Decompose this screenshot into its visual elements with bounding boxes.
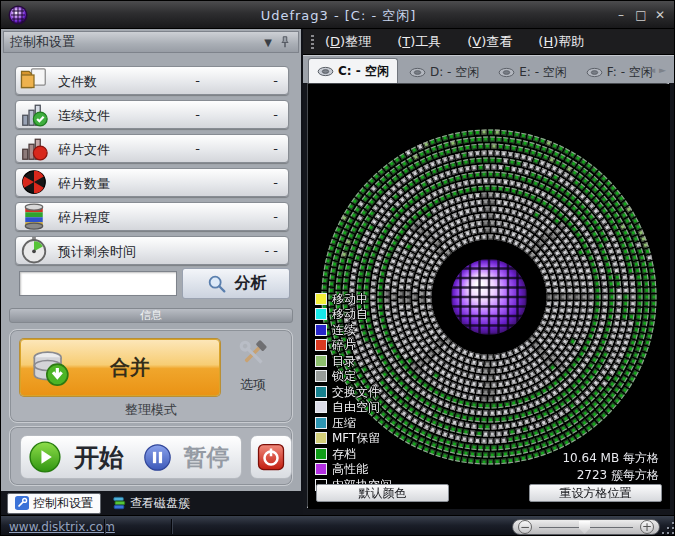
minimize-button[interactable]: –: [612, 8, 630, 23]
analyze-button[interactable]: 分析: [182, 268, 290, 299]
stat-value: -: [195, 141, 200, 156]
menu-tools[interactable]: (T)工具: [397, 33, 441, 51]
close-button[interactable]: ✕: [651, 8, 669, 23]
legend-item: 存档: [315, 446, 392, 462]
pause-icon: [143, 443, 172, 472]
zoom-out-button[interactable]: −: [518, 520, 532, 534]
magnifier-icon: [206, 273, 228, 295]
drive-tab-strip: C: - 空闲 D: - 空闲 E: - 空闲 F: - 空闲 ◄►: [303, 55, 675, 83]
bottom-tab-bar: 控制和设置 查看磁盘簇: [1, 491, 303, 515]
stat-row-fragmentation-level[interactable]: 碎片程度 -: [15, 202, 289, 231]
legend-label: 连续: [332, 324, 356, 336]
stat-row-fragmented-files[interactable]: 碎片文件 - -: [15, 134, 289, 163]
drive-tab-d[interactable]: D: - 空闲: [401, 61, 487, 83]
legend-swatch: [315, 355, 327, 367]
legend-label: 自由空间: [332, 401, 380, 413]
disk-platter-icon: [498, 67, 515, 78]
drive-input[interactable]: [19, 271, 177, 296]
stat-value: -: [273, 107, 278, 122]
legend-swatch: [315, 293, 327, 305]
legend-item: 移动中: [315, 291, 392, 307]
controls-groupbox: 开始 暂停: [9, 426, 293, 486]
merge-label: 合并: [71, 354, 189, 381]
start-pause-group: 开始 暂停: [20, 435, 242, 479]
legend-swatch: [315, 463, 327, 475]
legend-item: 锁定: [315, 369, 392, 385]
stat-value: -: [195, 107, 200, 122]
title-bar: Udefrag3 - [C: - 空闲] – □ ✕: [1, 1, 675, 29]
start-label: 开始: [74, 441, 124, 474]
menu-defrag[interactable]: (D)整理: [325, 33, 371, 51]
legend-item: 连续: [315, 322, 392, 338]
resize-grip[interactable]: [662, 522, 674, 534]
stat-row-fragment-count[interactable]: 碎片数量 -: [15, 168, 289, 197]
legend-item: MFT保留: [315, 431, 392, 447]
legend-label: 高性能: [332, 463, 368, 475]
disk-map-area: 移动中移动自连续碎片目录锁定交换文件自由空间压缩MFT保留存档高性能内部块空间 …: [307, 83, 669, 508]
legend-swatch: [315, 432, 327, 444]
disk-platter-icon: [317, 66, 334, 77]
legend-item: 交换文件: [315, 384, 392, 400]
legend-item: 自由空间: [315, 400, 392, 416]
menu-bar: (D)整理 (T)工具 (V)查看 (H)帮助: [303, 29, 675, 55]
pin-icon[interactable]: [278, 35, 292, 49]
tools-icon: [235, 336, 271, 372]
tab-view-clusters[interactable]: 查看磁盘簇: [105, 493, 197, 514]
stat-value: -: [273, 175, 278, 190]
reset-blocks-button[interactable]: 重设方格位置: [529, 484, 662, 502]
power-icon: [256, 442, 286, 472]
pie-fragments-icon: [19, 167, 49, 197]
drive-tab-e[interactable]: E: - 空闲: [490, 61, 575, 83]
menu-help[interactable]: (H)帮助: [538, 33, 584, 51]
zoom-in-button[interactable]: +: [640, 520, 654, 534]
tab-label: 查看磁盘簇: [130, 495, 190, 512]
legend-label: 锁定: [332, 370, 356, 382]
stop-button[interactable]: [250, 435, 292, 479]
stat-row-time-remaining[interactable]: 预计剩余时间 - -: [15, 236, 289, 265]
per-block-clusters: 2723 簇每方格: [577, 467, 659, 484]
stat-label: 连续文件: [58, 107, 110, 125]
info-bar[interactable]: 信息: [9, 308, 293, 323]
status-separator: [171, 519, 173, 534]
maximize-button[interactable]: □: [632, 8, 650, 23]
drive-tab-label: C: - 空闲: [338, 63, 389, 80]
legend-swatch: [315, 308, 327, 320]
files-folder-icon: [19, 65, 49, 95]
pause-label: 暂停: [184, 442, 230, 473]
legend-label: 交换文件: [332, 386, 380, 398]
zoom-slider: − +: [512, 519, 660, 535]
stat-row-contiguous-files[interactable]: 连续文件 - -: [15, 100, 289, 129]
legend-item: 移动自: [315, 307, 392, 323]
start-button[interactable]: 开始: [21, 440, 131, 474]
menu-grip[interactable]: [311, 35, 314, 49]
tab-control-settings[interactable]: 控制和设置: [7, 493, 101, 514]
legend-swatch: [315, 339, 327, 351]
chevron-down-icon[interactable]: ▼: [264, 33, 272, 53]
drive-tab-c[interactable]: C: - 空闲: [308, 58, 398, 83]
stat-row-file-count[interactable]: 文件数 - -: [15, 66, 289, 95]
legend-swatch: [315, 401, 327, 413]
merge-button[interactable]: 合并: [20, 339, 220, 396]
options-button[interactable]: 选项: [224, 336, 282, 394]
status-separator: [104, 519, 106, 534]
legend-item: 碎片: [315, 338, 392, 354]
play-icon: [28, 440, 62, 474]
menu-view[interactable]: (V)查看: [467, 33, 512, 51]
stat-label: 碎片数量: [58, 175, 110, 193]
stat-label: 碎片程度: [58, 209, 110, 227]
control-settings-pane: 控制和设置 ▼ 文件数 - - 连续文件: [1, 29, 303, 491]
legend-swatch: [315, 386, 327, 398]
zoom-thumb[interactable]: [579, 521, 590, 534]
mode-groupbox: 合并 选项 整理模式: [9, 329, 293, 423]
legend: 移动中移动自连续碎片目录锁定交换文件自由空间压缩MFT保留存档高性能内部块空间: [315, 291, 392, 493]
analyze-label: 分析: [235, 273, 267, 294]
pause-button[interactable]: 暂停: [131, 442, 241, 473]
legend-label: 目录: [332, 355, 356, 367]
pane-header[interactable]: 控制和设置 ▼: [3, 31, 299, 53]
chart-fragment-icon: [19, 133, 49, 163]
disktrix-link[interactable]: www.disktrix.com: [9, 520, 115, 534]
disk-platter-icon: [586, 67, 603, 78]
default-colors-button[interactable]: 默认颜色: [316, 484, 449, 502]
tab-scroll-arrows[interactable]: ◄►: [648, 65, 670, 75]
stat-value: -: [273, 209, 278, 224]
